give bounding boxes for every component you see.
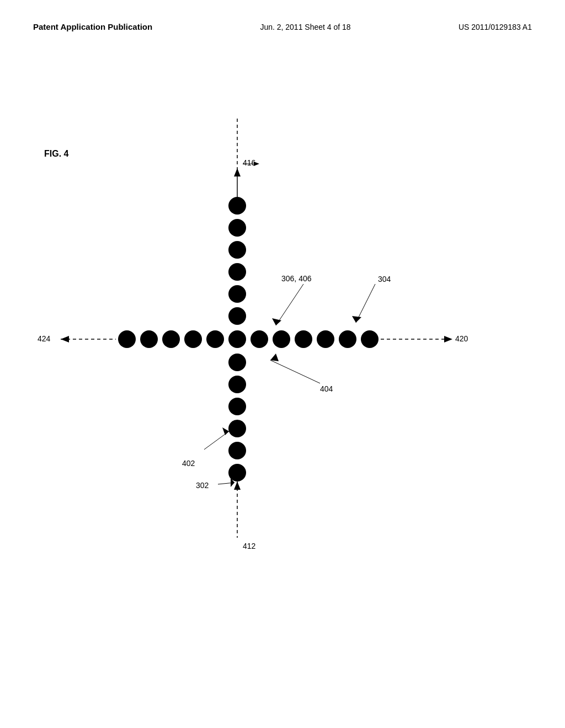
svg-point-22 <box>162 330 180 348</box>
svg-line-39 <box>270 360 320 383</box>
svg-point-24 <box>206 330 224 348</box>
label-306-406: 306, 406 <box>281 274 312 283</box>
svg-marker-32 <box>61 336 69 342</box>
svg-marker-19 <box>234 481 241 490</box>
svg-point-16 <box>228 442 246 459</box>
label-402: 402 <box>182 459 195 468</box>
diagram: 416 412 <box>0 88 565 640</box>
svg-point-9 <box>228 285 246 303</box>
publication-date-sheet: Jun. 2, 2011 Sheet 4 of 18 <box>260 23 350 31</box>
svg-point-14 <box>228 398 246 415</box>
label-424: 424 <box>38 334 51 343</box>
svg-marker-4 <box>254 162 259 166</box>
svg-point-12 <box>228 354 246 371</box>
label-420: 420 <box>455 334 468 343</box>
page-header: Patent Application Publication Jun. 2, 2… <box>0 0 565 42</box>
svg-point-29 <box>339 330 356 348</box>
svg-point-7 <box>228 241 246 259</box>
svg-point-11 <box>228 330 246 348</box>
label-302: 302 <box>196 481 209 490</box>
label-304: 304 <box>378 275 391 283</box>
svg-point-15 <box>228 420 246 437</box>
publication-number: US 2011/0129183 A1 <box>459 23 532 31</box>
svg-point-20 <box>118 330 136 348</box>
publication-type: Patent Application Publication <box>33 22 152 31</box>
svg-marker-34 <box>444 336 452 342</box>
svg-point-28 <box>317 330 334 348</box>
svg-point-23 <box>184 330 202 348</box>
label-412: 412 <box>243 542 256 550</box>
svg-point-13 <box>228 376 246 393</box>
svg-point-26 <box>273 330 290 348</box>
svg-marker-2 <box>234 168 241 176</box>
svg-line-37 <box>276 284 303 325</box>
svg-point-10 <box>228 307 246 325</box>
svg-point-5 <box>228 197 246 215</box>
svg-point-21 <box>140 330 158 348</box>
svg-point-6 <box>228 219 246 237</box>
svg-marker-36 <box>352 316 361 323</box>
svg-point-25 <box>250 330 268 348</box>
svg-marker-40 <box>270 354 279 361</box>
svg-point-8 <box>228 263 246 281</box>
svg-point-30 <box>361 330 379 348</box>
svg-point-27 <box>295 330 312 348</box>
svg-marker-42 <box>222 427 229 435</box>
label-404: 404 <box>320 384 333 393</box>
